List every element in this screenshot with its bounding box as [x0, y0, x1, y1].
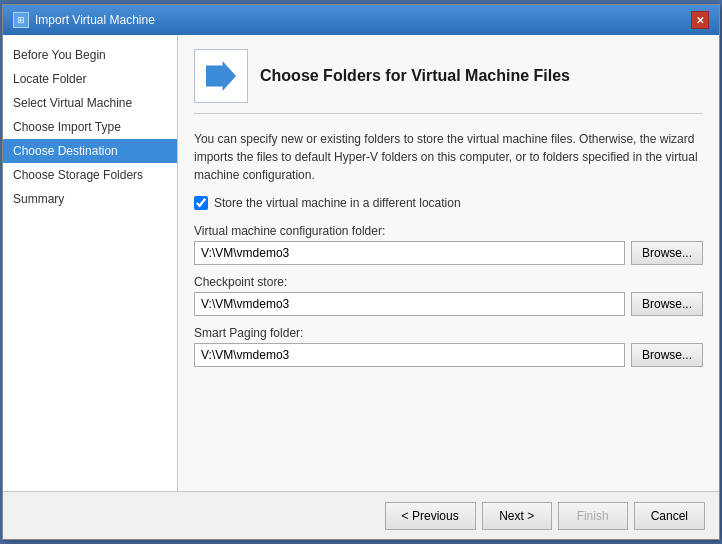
next-button[interactable]: Next >: [482, 502, 552, 530]
header-arrow-icon: [206, 61, 236, 91]
smart-paging-group: Smart Paging folder: Browse...: [194, 326, 703, 367]
window-icon: ⊞: [13, 12, 29, 28]
smart-paging-label: Smart Paging folder:: [194, 326, 703, 340]
sidebar-item-before-you-begin[interactable]: Before You Begin: [3, 43, 177, 67]
sidebar-item-locate-folder[interactable]: Locate Folder: [3, 67, 177, 91]
store-different-location-row: Store the virtual machine in a different…: [194, 196, 703, 210]
finish-button[interactable]: Finish: [558, 502, 628, 530]
content-area: Before You Begin Locate Folder Select Vi…: [3, 35, 719, 491]
header-icon-box: [194, 49, 248, 103]
main-panel: Choose Folders for Virtual Machine Files…: [178, 35, 719, 491]
checkpoint-group: Checkpoint store: Browse...: [194, 275, 703, 316]
smart-paging-input[interactable]: [194, 343, 625, 367]
close-button[interactable]: ✕: [691, 11, 709, 29]
smart-paging-input-row: Browse...: [194, 343, 703, 367]
checkpoint-input[interactable]: [194, 292, 625, 316]
smart-paging-browse-button[interactable]: Browse...: [631, 343, 703, 367]
title-bar-left: ⊞ Import Virtual Machine: [13, 12, 155, 28]
title-bar: ⊞ Import Virtual Machine ✕: [3, 5, 719, 35]
footer: < Previous Next > Finish Cancel: [3, 491, 719, 539]
vm-config-input-row: Browse...: [194, 241, 703, 265]
vm-config-group: Virtual machine configuration folder: Br…: [194, 224, 703, 265]
sidebar-item-select-virtual-machine[interactable]: Select Virtual Machine: [3, 91, 177, 115]
import-vm-window: ⊞ Import Virtual Machine ✕ Before You Be…: [2, 4, 720, 540]
store-different-location-label[interactable]: Store the virtual machine in a different…: [214, 196, 461, 210]
vm-config-input[interactable]: [194, 241, 625, 265]
sidebar-item-summary[interactable]: Summary: [3, 187, 177, 211]
store-different-location-checkbox[interactable]: [194, 196, 208, 210]
previous-button[interactable]: < Previous: [385, 502, 476, 530]
sidebar-item-choose-import-type[interactable]: Choose Import Type: [3, 115, 177, 139]
description-text: You can specify new or existing folders …: [194, 130, 703, 184]
sidebar-item-choose-storage-folders[interactable]: Choose Storage Folders: [3, 163, 177, 187]
sidebar: Before You Begin Locate Folder Select Vi…: [3, 35, 178, 491]
cancel-button[interactable]: Cancel: [634, 502, 705, 530]
window-title: Import Virtual Machine: [35, 13, 155, 27]
page-title: Choose Folders for Virtual Machine Files: [260, 67, 570, 85]
sidebar-item-choose-destination[interactable]: Choose Destination: [3, 139, 177, 163]
header-section: Choose Folders for Virtual Machine Files: [194, 49, 703, 114]
checkpoint-label: Checkpoint store:: [194, 275, 703, 289]
checkpoint-input-row: Browse...: [194, 292, 703, 316]
vm-config-label: Virtual machine configuration folder:: [194, 224, 703, 238]
checkpoint-browse-button[interactable]: Browse...: [631, 292, 703, 316]
vm-config-browse-button[interactable]: Browse...: [631, 241, 703, 265]
